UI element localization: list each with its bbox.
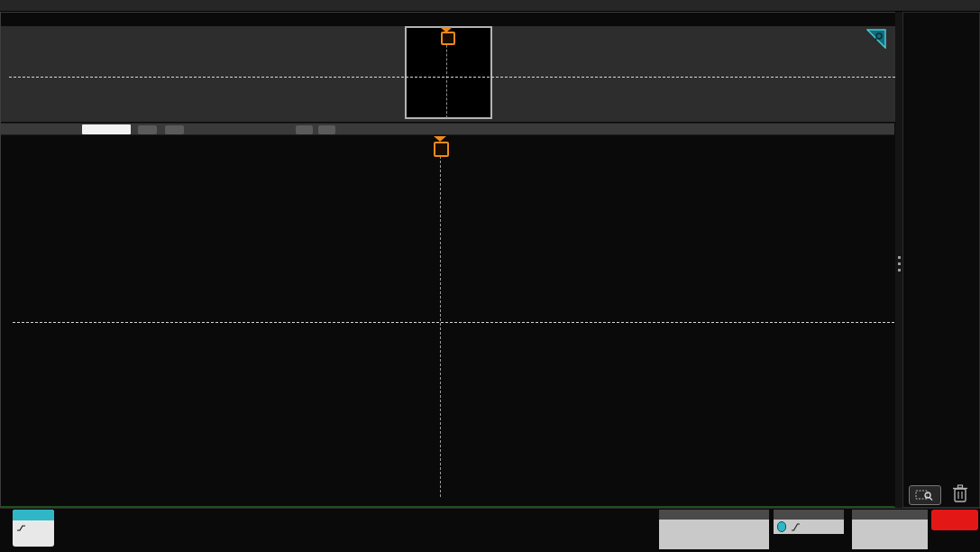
h-zoom-minus-button[interactable] [165, 125, 184, 134]
panel-splitter[interactable] [895, 12, 902, 508]
stopped-button[interactable] [931, 510, 978, 530]
rising-edge-icon [791, 522, 801, 532]
acquisition-panel-title [852, 510, 928, 520]
ch2-name [13, 510, 54, 520]
threshold-icon [16, 524, 26, 532]
zoom-box-tool-icon [915, 489, 935, 501]
acquisition-panel[interactable] [852, 510, 928, 549]
trigger-source-badge [777, 521, 786, 532]
zoom-controls-bar [1, 123, 894, 135]
trash-icon[interactable] [952, 483, 968, 503]
horizontal-panel[interactable] [659, 510, 769, 549]
channel-chrome [0, 0, 902, 508]
h-zoom-scale-input[interactable] [82, 124, 131, 134]
ch2-digital-badge[interactable] [13, 510, 54, 547]
v-zoom-plus-button[interactable] [296, 125, 313, 134]
trigger-panel-title [774, 510, 844, 520]
trigger-marker-badge[interactable] [434, 142, 449, 157]
horizontal-panel-title [659, 510, 769, 520]
oscilloscope-app [0, 0, 980, 552]
h-zoom-plus-button[interactable] [138, 125, 157, 134]
zoom-box-tool-button[interactable] [909, 485, 941, 505]
draw-a-box-zoom-icon[interactable] [866, 29, 886, 49]
trigger-panel[interactable] [774, 510, 844, 549]
trigger-marker-badge[interactable] [441, 32, 455, 45]
right-panel [902, 12, 980, 508]
v-zoom-minus-button[interactable] [318, 125, 335, 134]
